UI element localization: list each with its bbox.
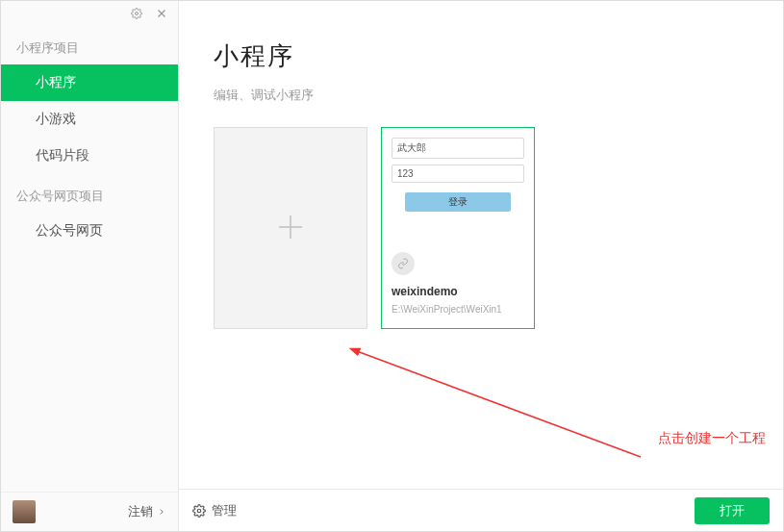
avatar[interactable] [13, 500, 36, 523]
projects-row: 武大郎 123 登录 weixindemo E:\WeiXinProject\W… [179, 104, 783, 329]
gear-icon[interactable] [128, 5, 145, 22]
preview-username-field: 武大郎 [392, 138, 524, 159]
new-project-card[interactable] [214, 127, 367, 329]
sidebar-item-mpweb[interactable]: 公众号网页 [1, 213, 178, 249]
page-subtitle: 编辑、调试小程序 [214, 87, 748, 104]
main-header: 小程序 编辑、调试小程序 [179, 1, 783, 104]
open-button[interactable]: 打开 [695, 497, 770, 524]
manage-button[interactable]: 管理 [192, 502, 237, 519]
sidebar-item-miniprogram[interactable]: 小程序 [1, 64, 178, 101]
close-icon[interactable] [153, 5, 170, 22]
sidebar-item-label: 小程序 [36, 74, 76, 89]
logout-button[interactable]: 注销 [128, 503, 166, 520]
preview-login-button: 登录 [405, 192, 511, 212]
chevron-right-icon [157, 507, 166, 517]
svg-point-0 [136, 13, 139, 15]
logout-label: 注销 [128, 503, 153, 520]
project-card[interactable]: 武大郎 123 登录 weixindemo E:\WeiXinProject\W… [381, 127, 535, 329]
gear-icon [192, 504, 206, 518]
sidebar-section-title-mpweb: 公众号网页项目 [1, 174, 178, 213]
plus-icon [273, 210, 308, 247]
svg-line-5 [357, 351, 641, 457]
sidebar-footer: 注销 [1, 492, 178, 531]
sidebar-item-snippet[interactable]: 代码片段 [1, 138, 178, 174]
annotation-text: 点击创建一个工程 [658, 430, 766, 447]
preview-password-field: 123 [392, 165, 524, 183]
sidebar-section-title-miniprogram: 小程序项目 [1, 26, 178, 64]
manage-label: 管理 [212, 502, 237, 519]
sidebar-item-minigame[interactable]: 小游戏 [1, 101, 178, 138]
sidebar-item-label: 代码片段 [36, 147, 89, 163]
link-icon [392, 252, 415, 275]
app-window: 小程序项目 小程序 小游戏 代码片段 公众号网页项目 公众号网页 注销 小程序 … [0, 0, 784, 532]
svg-point-6 [197, 509, 201, 513]
sidebar-top-icons [1, 1, 178, 26]
project-path: E:\WeiXinProject\WeiXin1 [392, 304, 524, 315]
sidebar-item-label: 小游戏 [36, 111, 76, 126]
open-label: 打开 [720, 503, 745, 518]
main-panel: 小程序 编辑、调试小程序 武大郎 123 登录 weixindemo E:\We… [179, 1, 783, 531]
page-title: 小程序 [214, 39, 748, 73]
bottom-bar: 管理 打开 [179, 489, 783, 531]
project-name: weixindemo [392, 285, 524, 298]
sidebar: 小程序项目 小程序 小游戏 代码片段 公众号网页项目 公众号网页 注销 [1, 1, 179, 531]
sidebar-item-label: 公众号网页 [36, 222, 103, 238]
